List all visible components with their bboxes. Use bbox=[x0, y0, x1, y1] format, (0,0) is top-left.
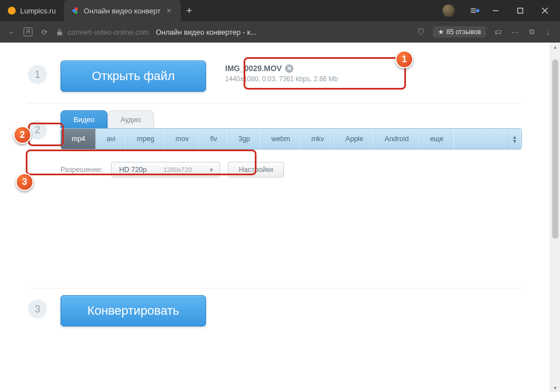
window-maximize-button[interactable] bbox=[508, 2, 532, 19]
step-3: 3 Конвертировать bbox=[28, 288, 522, 338]
browser-tab-inactive[interactable]: Lumpics.ru bbox=[0, 0, 64, 21]
convert-button[interactable]: Конвертировать bbox=[60, 295, 206, 326]
favicon-icon bbox=[8, 7, 16, 15]
chevron-down-icon: ▼ bbox=[209, 167, 214, 173]
tab-video[interactable]: Видео bbox=[60, 110, 108, 128]
window-minimize-button[interactable] bbox=[484, 2, 507, 19]
reviews-badge[interactable]: ★85 отзывов bbox=[433, 26, 486, 38]
browser-tab-active[interactable]: Онлайн видео конверт × bbox=[64, 0, 181, 21]
address-bar: ← Я ⟳ convert-video-online.com Онлайн ви… bbox=[0, 21, 560, 43]
format-webm[interactable]: webm bbox=[261, 129, 301, 149]
browser-menu-icon[interactable]: ≡ bbox=[464, 5, 483, 17]
options-row: Разрешение: HD 720p 1280x720 ▼ Настройки bbox=[60, 162, 522, 178]
settings-button[interactable]: Настройки bbox=[228, 162, 283, 178]
file-meta: 1440x1080, 0:03, 7361 kbps, 2.66 Mb bbox=[225, 75, 338, 83]
step-number: 1 bbox=[28, 65, 47, 84]
step-1: 1 Открыть файл IMG_0029.MOV ✕ 1440x1080,… bbox=[28, 54, 522, 104]
resolution-select[interactable]: HD 720p 1280x720 ▼ bbox=[111, 162, 221, 178]
format-flv[interactable]: flv bbox=[199, 129, 228, 149]
back-icon[interactable]: ← bbox=[7, 28, 17, 36]
star-icon: ★ bbox=[438, 28, 444, 36]
format-more[interactable]: еще bbox=[419, 129, 454, 149]
vertical-scrollbar[interactable]: ▴ ▾ bbox=[550, 43, 560, 392]
format-scroll-icon[interactable]: ▴▾ bbox=[508, 129, 521, 149]
downloads-icon[interactable]: ↓ bbox=[543, 28, 553, 36]
url-page-title: Онлайн видео конвертер - к... bbox=[156, 28, 256, 36]
page-content: 1 Открыть файл IMG_0029.MOV ✕ 1440x1080,… bbox=[0, 43, 550, 392]
media-tabs: Видео Аудио bbox=[60, 110, 522, 128]
file-name: IMG_0029.MOV bbox=[225, 64, 282, 73]
file-info-box: IMG_0029.MOV ✕ 1440x1080, 0:03, 7361 kbp… bbox=[220, 60, 344, 86]
format-mkv[interactable]: mkv bbox=[301, 129, 335, 149]
new-tab-button[interactable]: + bbox=[181, 0, 198, 21]
step-number: 2 bbox=[28, 120, 47, 139]
annotation-badge-1: 1 bbox=[395, 50, 413, 68]
format-mov[interactable]: mov bbox=[165, 129, 200, 149]
profile-avatar[interactable] bbox=[442, 4, 455, 17]
resolution-dimensions: 1280x720 bbox=[164, 166, 192, 173]
extensions-icon[interactable]: ⧉ bbox=[526, 27, 536, 36]
close-tab-icon[interactable]: × bbox=[165, 7, 173, 15]
window-titlebar: Lumpics.ru Онлайн видео конверт × + ≡ bbox=[0, 0, 560, 21]
annotation-badge-3: 3 bbox=[16, 173, 34, 191]
window-close-button[interactable] bbox=[533, 2, 557, 19]
favicon-icon bbox=[72, 7, 80, 15]
resolution-label: Разрешение: bbox=[60, 166, 103, 174]
shield-icon[interactable]: ⛉ bbox=[416, 28, 426, 36]
format-3gp[interactable]: 3gp bbox=[228, 129, 261, 149]
url-box[interactable]: convert-video-online.com Онлайн видео ко… bbox=[56, 28, 256, 36]
open-file-button[interactable]: Открыть файл bbox=[60, 60, 206, 92]
url-domain: convert-video-online.com bbox=[68, 28, 149, 36]
bookmark-icon[interactable]: 🏷 bbox=[493, 28, 503, 36]
svg-rect-1 bbox=[518, 8, 523, 13]
format-apple[interactable]: Apple bbox=[335, 129, 374, 149]
yandex-icon[interactable]: Я bbox=[24, 27, 32, 36]
scroll-up-icon[interactable]: ▴ bbox=[550, 44, 560, 50]
format-android[interactable]: Android bbox=[374, 129, 419, 149]
tab-title: Онлайн видео конверт bbox=[84, 7, 161, 15]
format-mp4[interactable]: mp4 bbox=[61, 129, 96, 149]
tab-audio[interactable]: Аудио bbox=[108, 110, 154, 128]
more-icon[interactable]: ⋯ bbox=[510, 28, 520, 36]
remove-file-icon[interactable]: ✕ bbox=[285, 64, 293, 73]
scrollbar-thumb[interactable] bbox=[552, 59, 558, 239]
format-bar: mp4 avi mpeg mov flv 3gp webm mkv Apple … bbox=[60, 128, 522, 150]
lock-icon bbox=[56, 29, 63, 36]
step-number: 3 bbox=[28, 300, 47, 319]
step-2: 2 Видео Аудио mp4 avi mpeg mov flv 3gp w… bbox=[28, 104, 522, 288]
format-avi[interactable]: avi bbox=[96, 129, 126, 149]
format-mpeg[interactable]: mpeg bbox=[126, 129, 165, 149]
resolution-name: HD 720p bbox=[119, 166, 147, 174]
reload-icon[interactable]: ⟳ bbox=[39, 28, 49, 36]
scroll-down-icon[interactable]: ▾ bbox=[550, 385, 560, 391]
tab-title: Lumpics.ru bbox=[20, 7, 56, 15]
